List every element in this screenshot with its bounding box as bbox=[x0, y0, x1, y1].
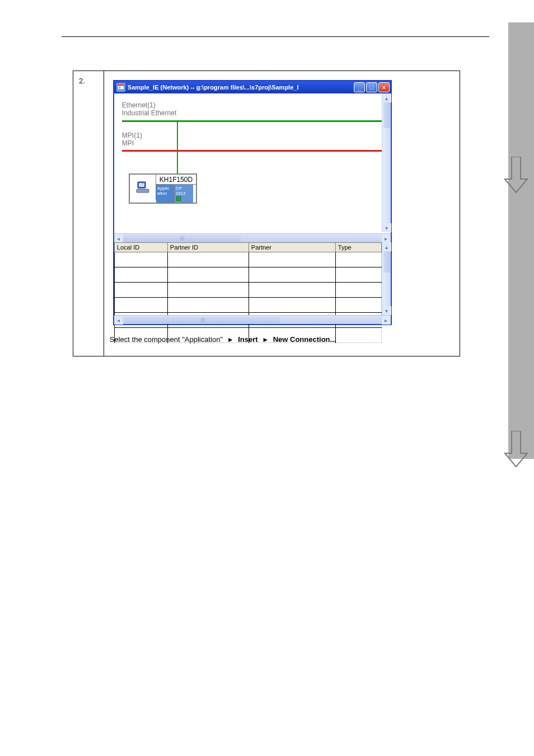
horizontal-scrollbar[interactable]: ◂ ▸ bbox=[114, 315, 391, 324]
step-number-cell: 2. bbox=[73, 71, 104, 356]
scroll-thumb[interactable] bbox=[383, 102, 390, 128]
col-local-id[interactable]: Local ID bbox=[114, 243, 167, 252]
minimize-button[interactable]: _ bbox=[354, 82, 365, 92]
scroll-up-icon[interactable]: ▴ bbox=[382, 93, 391, 102]
station-node[interactable]: KH1F150D Applic ation CP 1612 bbox=[129, 173, 197, 204]
vertical-scrollbar[interactable]: ▴ ▾ bbox=[382, 242, 391, 315]
window-title: Sample_IE (Network) -- g:\program files\… bbox=[128, 84, 354, 91]
step-table: 2. Sample_IE (Network) -- g:\program fil… bbox=[73, 71, 460, 356]
netpro-window: Sample_IE (Network) -- g:\program files\… bbox=[113, 80, 392, 325]
minimize-icon: _ bbox=[358, 84, 361, 91]
screenshot: Sample_IE (Network) -- g:\program files\… bbox=[110, 80, 454, 325]
flow-arrow-down-icon bbox=[504, 431, 528, 468]
scroll-right-icon[interactable]: ▸ bbox=[382, 234, 391, 243]
table-header-row: Local ID Partner ID Partner Type bbox=[114, 243, 381, 252]
col-partner-id[interactable]: Partner ID bbox=[167, 243, 249, 252]
scroll-left-icon[interactable]: ◂ bbox=[114, 234, 123, 243]
table-row[interactable] bbox=[114, 252, 381, 267]
header-rule bbox=[62, 36, 489, 37]
mpi-type: MPI bbox=[122, 139, 142, 147]
svg-rect-4 bbox=[139, 183, 144, 187]
col-type[interactable]: Type bbox=[335, 243, 381, 252]
flow-arrow-down-icon bbox=[504, 157, 528, 194]
mpi-name: MPI(1) bbox=[122, 132, 142, 139]
mpi-bus-line bbox=[122, 150, 382, 152]
close-button[interactable]: × bbox=[378, 82, 390, 92]
network-canvas[interactable]: Ethernet(1) Industrial Ethernet MPI(1) M… bbox=[114, 93, 391, 233]
scroll-up-icon[interactable]: ▴ bbox=[382, 242, 391, 251]
slot-label: Applic ation bbox=[157, 186, 170, 196]
mpi-label: MPI(1) MPI bbox=[122, 132, 142, 147]
table-row[interactable] bbox=[114, 328, 381, 343]
status-led-icon bbox=[176, 196, 181, 201]
scroll-down-icon[interactable]: ▾ bbox=[382, 306, 391, 315]
ethernet-label: Ethernet(1) Industrial Ethernet bbox=[122, 101, 176, 117]
slot-cp1612[interactable]: CP 1612 bbox=[175, 185, 193, 203]
table-row[interactable] bbox=[114, 267, 381, 283]
slot-application[interactable]: Applic ation bbox=[156, 185, 175, 203]
connection-table-area: Local ID Partner ID Partner Type bbox=[114, 242, 391, 315]
scroll-thumb[interactable] bbox=[383, 251, 390, 273]
close-icon: × bbox=[382, 84, 386, 91]
vertical-scrollbar[interactable]: ▴ ▾ bbox=[382, 93, 391, 232]
app-icon bbox=[116, 83, 125, 92]
scroll-right-icon[interactable]: ▸ bbox=[382, 316, 391, 325]
document-page: 2. Sample_IE (Network) -- g:\program fil… bbox=[0, 0, 534, 756]
svg-rect-5 bbox=[137, 189, 149, 192]
col-partner[interactable]: Partner bbox=[249, 243, 335, 252]
svg-rect-2 bbox=[119, 87, 120, 88]
station-uplink-line bbox=[177, 120, 178, 176]
scroll-grip-icon bbox=[201, 318, 205, 322]
step-number: 2. bbox=[79, 77, 85, 85]
table-row[interactable] bbox=[114, 298, 381, 313]
step-body-cell: Sample_IE (Network) -- g:\program files\… bbox=[104, 71, 460, 356]
pc-icon bbox=[130, 175, 156, 200]
ethernet-name: Ethernet(1) bbox=[122, 101, 176, 109]
svg-rect-0 bbox=[118, 86, 124, 89]
scroll-grip-icon bbox=[180, 236, 185, 241]
side-stripe bbox=[508, 22, 534, 459]
scroll-down-icon[interactable]: ▾ bbox=[382, 223, 391, 232]
connection-table[interactable]: Local ID Partner ID Partner Type bbox=[114, 242, 382, 343]
scroll-left-icon[interactable]: ◂ bbox=[114, 316, 123, 325]
svg-rect-1 bbox=[118, 84, 124, 86]
horizontal-scrollbar[interactable]: ◂ ▸ bbox=[114, 233, 391, 242]
maximize-icon: □ bbox=[370, 84, 374, 91]
ethernet-type: Industrial Ethernet bbox=[122, 109, 176, 117]
table-row[interactable] bbox=[114, 283, 381, 298]
slot-label: CP 1612 bbox=[176, 186, 186, 196]
titlebar[interactable]: Sample_IE (Network) -- g:\program files\… bbox=[114, 81, 391, 93]
ethernet-bus-line bbox=[122, 120, 382, 122]
maximize-button[interactable]: □ bbox=[366, 82, 377, 92]
station-name: KH1F150D bbox=[156, 175, 196, 185]
